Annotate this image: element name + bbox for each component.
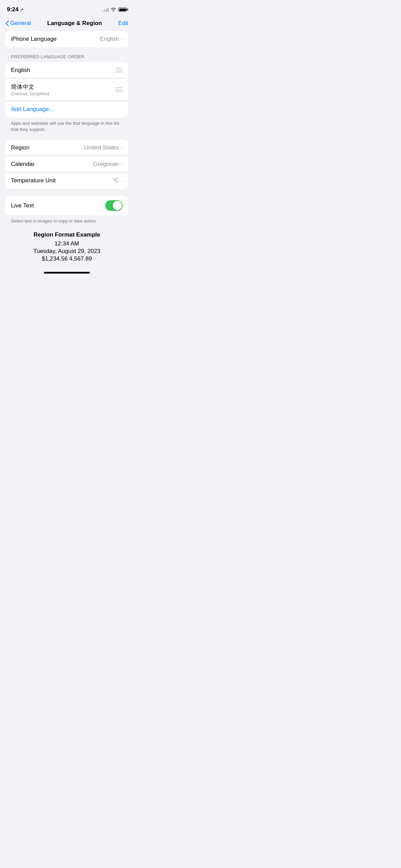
signal-icon: [102, 8, 109, 12]
temperature-chevron-icon: ›: [121, 178, 123, 183]
region-label: Region: [11, 144, 29, 151]
temperature-unit-label: Temperature Unit: [11, 177, 56, 184]
language-item-english[interactable]: English: [5, 62, 128, 79]
time-display: 9:24: [7, 6, 19, 13]
drag-handle-icon[interactable]: [115, 68, 123, 72]
region-chevron-icon: ›: [121, 145, 123, 150]
live-text-footer: Select text in images to copy or take ac…: [5, 215, 128, 224]
chevron-icon: ›: [121, 36, 123, 42]
calendar-value: Gregorian: [93, 161, 119, 168]
region-format-example: Region Format Example 12:34 AM Tuesday, …: [5, 231, 128, 262]
live-text-section: Live Text Select text in images to copy …: [5, 196, 128, 224]
status-icons: [102, 8, 127, 12]
temperature-unit-row[interactable]: Temperature Unit °C ›: [5, 172, 128, 189]
content: iPhone Language English › PREFERRED LANG…: [0, 31, 134, 290]
iphone-language-card: iPhone Language English ›: [5, 31, 128, 47]
language-name-chinese: 简体中文: [11, 83, 49, 91]
nav-bar: General Language & Region Edit: [0, 17, 134, 31]
preferred-language-section-label: PREFERRED LANGUAGE ORDER: [5, 54, 128, 59]
region-format-date: Tuesday, August 29, 2023: [5, 248, 128, 255]
add-language-row[interactable]: Add Language...: [5, 101, 128, 118]
live-text-toggle[interactable]: [105, 200, 123, 211]
region-row[interactable]: Region United States ›: [5, 140, 128, 156]
live-text-card: Live Text: [5, 196, 128, 215]
language-item-text: English: [11, 67, 30, 74]
iphone-language-section: iPhone Language English ›: [5, 31, 128, 47]
toggle-knob: [113, 201, 122, 210]
battery-icon: [118, 8, 127, 12]
region-value: United States: [84, 144, 119, 151]
page-title: Language & Region: [47, 20, 102, 27]
home-bar: [44, 272, 90, 274]
live-text-row: Live Text: [5, 196, 128, 215]
edit-button[interactable]: Edit: [118, 20, 128, 27]
iphone-language-label: iPhone Language: [11, 36, 57, 43]
language-item-chinese[interactable]: 简体中文 Chinese, Simplified: [5, 79, 128, 101]
temperature-unit-value: °C: [112, 177, 119, 184]
language-name: English: [11, 67, 30, 74]
preferred-language-card: English 简体中文 Chinese, Simplified Add Lan…: [5, 62, 128, 118]
region-format-numbers: $1,234.56 4,567.89: [5, 255, 128, 262]
region-value-group: United States ›: [84, 144, 123, 151]
iphone-language-value-group: English ›: [100, 36, 123, 43]
calendar-chevron-icon: ›: [121, 161, 123, 167]
wifi-icon: [111, 8, 116, 12]
location-arrow-icon: ↗: [20, 7, 24, 12]
calendar-value-group: Gregorian ›: [93, 161, 123, 168]
calendar-row[interactable]: Calendar Gregorian ›: [5, 156, 128, 172]
temperature-unit-value-group: °C ›: [112, 177, 123, 184]
region-format-title: Region Format Example: [5, 231, 128, 238]
language-subtitle-chinese: Chinese, Simplified: [11, 91, 49, 96]
back-button[interactable]: General: [5, 20, 31, 27]
region-settings-section: Region United States › Calendar Gregoria…: [5, 140, 128, 189]
live-text-label: Live Text: [11, 202, 34, 209]
preferred-language-section: PREFERRED LANGUAGE ORDER English 简体中文 Ch…: [5, 54, 128, 133]
drag-handle-icon-chinese[interactable]: [115, 87, 123, 92]
language-order-footer: Apps and websites will use the first lan…: [5, 118, 128, 133]
status-time: 9:24 ↗: [7, 6, 24, 13]
iphone-language-value: English: [100, 36, 119, 43]
region-settings-card: Region United States › Calendar Gregoria…: [5, 140, 128, 189]
add-language-label: Add Language...: [11, 106, 54, 113]
back-label: General: [10, 20, 31, 27]
status-bar: 9:24 ↗: [0, 0, 134, 17]
home-indicator: [0, 269, 134, 276]
iphone-language-row[interactable]: iPhone Language English ›: [5, 31, 128, 47]
calendar-label: Calendar: [11, 161, 35, 168]
region-format-time: 12:34 AM: [5, 240, 128, 247]
language-item-text: 简体中文 Chinese, Simplified: [11, 83, 49, 96]
